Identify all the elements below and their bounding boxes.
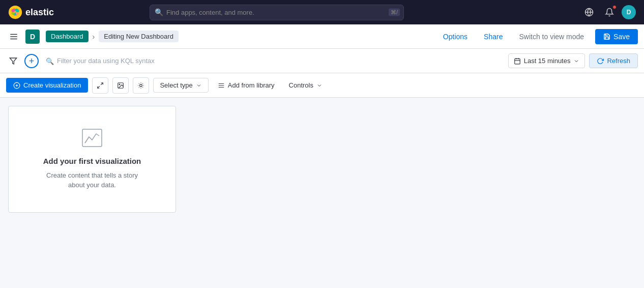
- add-library-label: Add from library: [228, 81, 275, 89]
- svg-point-23: [140, 84, 142, 87]
- svg-rect-24: [82, 129, 102, 147]
- markdown-icon: [137, 82, 144, 89]
- breadcrumb-dashboard[interactable]: Dashboard: [46, 31, 89, 42]
- create-viz-icon: [13, 82, 20, 89]
- user-avatar[interactable]: D: [622, 5, 636, 19]
- dashboard-icon-letter: D: [30, 33, 35, 41]
- markdown-icon-button[interactable]: [133, 77, 149, 94]
- save-button[interactable]: Save: [595, 29, 638, 44]
- secondbar-actions: Options Share Switch to view mode Save: [438, 29, 638, 44]
- save-label: Save: [613, 33, 630, 41]
- bell-icon: [605, 8, 614, 17]
- topbar-actions: D: [581, 4, 636, 20]
- share-button[interactable]: Share: [479, 30, 508, 44]
- library-icon: [218, 82, 225, 89]
- hamburger-menu-button[interactable]: [6, 29, 21, 44]
- placeholder-desc-line2: about your data.: [68, 181, 116, 189]
- filter-add-button[interactable]: +: [24, 54, 39, 68]
- refresh-icon: [597, 57, 604, 65]
- visualization-placeholder-card: Add your first visualization Create cont…: [8, 106, 176, 213]
- placeholder-title: Add your first visualization: [43, 157, 141, 165]
- svg-line-20: [98, 86, 100, 88]
- kql-search-container: 🔍: [43, 54, 504, 68]
- controls-label: Controls: [289, 81, 313, 89]
- select-type-chevron-icon: [196, 82, 202, 89]
- filter-icon: [9, 57, 17, 65]
- refresh-button[interactable]: Refresh: [589, 53, 638, 68]
- controls-chevron-icon: [316, 82, 323, 89]
- time-range-label: Last 15 minutes: [524, 57, 571, 65]
- breadcrumb-current: Editing New Dashboard: [99, 31, 179, 42]
- select-type-button[interactable]: Select type: [153, 78, 208, 93]
- kql-search-input[interactable]: [43, 54, 504, 68]
- dashboard-icon-badge: D: [25, 30, 40, 44]
- notification-badge: [612, 5, 617, 9]
- globe-icon-button[interactable]: [581, 4, 597, 20]
- switch-view-button[interactable]: Switch to view mode: [514, 30, 589, 44]
- globe-icon: [584, 8, 594, 17]
- filter-bar: + 🔍 Last 15 minutes Refresh: [0, 49, 644, 73]
- global-search: 🔍 ⌘/: [150, 5, 404, 20]
- main-dashboard-content: Add your first visualization Create cont…: [0, 98, 644, 288]
- calendar-icon: [514, 57, 521, 65]
- hamburger-icon: [9, 32, 18, 41]
- svg-point-0: [9, 6, 22, 19]
- time-range-button[interactable]: Last 15 minutes: [508, 53, 586, 68]
- refresh-label: Refresh: [607, 57, 630, 65]
- secondary-navbar: D Dashboard › Editing New Dashboard Opti…: [0, 24, 644, 49]
- filter-bar-right: Last 15 minutes Refresh: [508, 53, 638, 68]
- notification-button[interactable]: [601, 4, 618, 20]
- create-visualization-button[interactable]: Create visualization: [6, 78, 88, 93]
- chart-icon: [82, 129, 102, 147]
- elastic-logo-icon: [8, 5, 22, 19]
- global-search-input[interactable]: [150, 5, 404, 20]
- controls-button[interactable]: Controls: [284, 78, 328, 92]
- image-icon: [117, 82, 124, 89]
- search-shortcut-hint: ⌘/: [389, 9, 400, 16]
- add-from-library-button[interactable]: Add from library: [213, 78, 280, 92]
- select-type-label: Select type: [160, 81, 192, 89]
- top-navbar: elastic 🔍 ⌘/ D: [0, 0, 644, 24]
- resize-icon: [97, 82, 104, 89]
- options-button[interactable]: Options: [438, 30, 473, 44]
- filter-toggle-button[interactable]: [6, 54, 20, 68]
- breadcrumb-separator: ›: [93, 33, 95, 41]
- svg-point-22: [120, 84, 121, 85]
- dashboard-toolbar: Create visualization Select type Add fro…: [0, 73, 644, 98]
- svg-line-19: [101, 82, 103, 84]
- placeholder-chart-icon: [82, 129, 102, 152]
- resize-icon-button[interactable]: [92, 77, 108, 94]
- placeholder-description: Create content that tells a story about …: [46, 170, 138, 190]
- elastic-logo-text: elastic: [25, 7, 54, 18]
- kql-search-icon: 🔍: [46, 57, 54, 65]
- placeholder-desc-line1: Create content that tells a story: [46, 171, 138, 179]
- create-viz-label: Create visualization: [23, 81, 81, 89]
- svg-marker-11: [10, 58, 16, 64]
- global-search-icon: 🔍: [155, 8, 163, 16]
- svg-rect-12: [514, 59, 520, 64]
- elastic-logo: elastic: [8, 5, 54, 19]
- save-icon: [603, 33, 610, 40]
- image-icon-button[interactable]: [112, 77, 129, 94]
- calendar-chevron-down-icon: [573, 58, 579, 64]
